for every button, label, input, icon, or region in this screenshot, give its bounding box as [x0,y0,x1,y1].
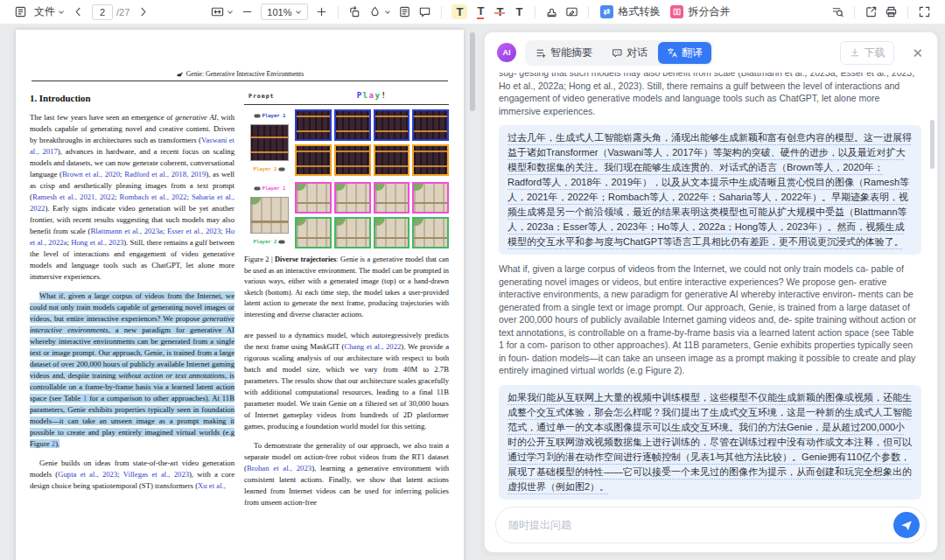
close-panel-button[interactable]: ✕ [910,45,925,61]
text-strikethrough-tool[interactable]: T [490,3,509,22]
translation-chinese-paragraph[interactable]: 如果我们能从互联网上大量的视频中训练模型，这些模型不仅能生成新颖的图像或视频，还… [499,385,921,500]
translation-source-paragraph: What if, given a large corpus of videos … [499,262,921,377]
text-T-icon: T [515,6,522,18]
note-button[interactable] [395,3,415,22]
highlight-T-icon: T [452,4,467,19]
section-title: 1. Introduction [30,93,234,104]
game-frame [374,217,410,248]
rotate-icon [348,5,361,18]
paragraph-method-2: To demonstrate the generality of our app… [244,440,449,508]
game-frame [334,109,371,141]
rotate-page-button[interactable] [345,3,365,22]
save-icon [864,5,878,18]
figure-prompt-label: Prompt [244,91,295,102]
game-frame [374,109,410,141]
player1-label: Player 1 [254,183,286,194]
stamp-button[interactable] [542,3,562,22]
zoom-level-value: 101% [267,7,291,18]
header-rule [32,80,448,81]
figure-header: Prompt Play! [244,90,449,105]
ink-droplet-icon [368,5,382,18]
prev-page-button[interactable] [68,3,88,22]
strikethrough-T-icon: T [496,6,503,18]
split-merge-icon [670,5,683,18]
format-convert-button[interactable]: 格式转换 [595,3,665,22]
document-scrollbar[interactable] [470,32,475,111]
comment-bubble-icon [418,5,431,18]
zoom-in-button[interactable] [312,3,332,22]
split-merge-label: 拆分合并 [688,4,730,19]
player2-label: Player 2 [254,164,286,175]
download-icon [850,47,860,58]
player1-label: Player 1 [254,110,286,122]
genie-lamp-icon [176,71,184,77]
thumbnails-panel-button[interactable] [10,3,31,22]
prompt-image-light [250,197,289,234]
plus-icon [315,5,328,18]
page-total-label: /27 [116,7,130,18]
pdf-page: Genie: Generative Interactive Environmen… [16,30,464,560]
text-tool[interactable]: T [509,3,528,22]
tab-smart-summary[interactable]: 智能摘要 [527,42,601,64]
figure-group-light: Player 1 Player 2 [244,182,449,248]
gamepad-icon [254,186,261,191]
game-frame [334,182,371,214]
right-column: Prompt Play! Player 1 Player 2 [244,89,449,516]
translation-chinese-paragraph[interactable]: 过去几年，生成式人工智能崭露头角，涌现出能够生成新颖和富有创意内容的模型。这一进… [499,125,921,255]
next-page-button[interactable] [133,3,153,22]
paragraph-intro-1: The last few years have seen an emergenc… [30,112,234,283]
prompt-column: Player 1 Player 2 [244,109,295,176]
figure-2: Prompt Play! Player 1 Player 2 [244,90,449,321]
file-menu[interactable]: 文件 [31,3,68,22]
ai-assistant-panel: AI 智能摘要 对话 翻译 下载 ✕ [484,32,938,553]
search-button[interactable] [828,3,848,22]
comment-button[interactable] [415,3,435,22]
game-frame [295,217,332,248]
game-frame [334,144,371,176]
save-button[interactable] [861,3,881,22]
panel-tabs: 智能摘要 对话 翻译 [525,40,713,66]
text-highlight-tool[interactable]: T [448,3,471,22]
signature-button[interactable] [562,3,582,22]
left-column: 1. Introduction The last few years have … [30,89,234,516]
fullscreen-button[interactable] [914,3,934,22]
game-frame [295,182,332,214]
panel-scrollbar[interactable] [930,120,934,169]
fit-width-menu[interactable] [207,3,237,22]
send-button[interactable] [893,512,920,538]
zoom-out-button[interactable] [237,3,257,22]
ask-question-input[interactable] [508,519,893,531]
send-plane-icon [900,519,913,531]
tab-chat[interactable]: 对话 [603,42,656,64]
game-frame [334,217,371,248]
stamp-icon [545,5,558,18]
game-frame [374,182,410,214]
chevron-left-icon [72,5,85,18]
ask-input-bar [495,507,927,543]
trajectory-frames [295,109,449,176]
paragraph-intro-2-highlighted: What if, given a large corpus of videos … [30,290,234,450]
panel-header: AI 智能摘要 对话 翻译 下载 ✕ [485,32,937,73]
figure-group-dark: Player 1 Player 2 [244,109,449,176]
game-frame [412,182,449,214]
page-number-input[interactable]: 2 [92,4,113,20]
download-button[interactable]: 下载 [840,41,894,65]
printer-icon [885,5,898,18]
format-convert-label: 格式转换 [618,4,660,19]
highlight-color-menu[interactable] [365,3,395,22]
chat-bubble-icon [612,47,623,59]
file-menu-label: 文件 [34,4,55,19]
text-underline-tool[interactable]: T [471,3,490,22]
chevron-down-icon [58,9,65,16]
translation-source-paragraph: sug- gesting that such models may also b… [499,73,921,117]
figure-caption: Figure 2 | Diverse trajectories: Genie i… [244,255,449,321]
app-window: 文件 2 /27 101% [0,0,945,560]
zoom-level-select[interactable]: 101% [261,4,308,20]
chevron-down-icon [295,9,302,16]
document-panel-icon [14,5,27,18]
figure-play-label: Play! [295,90,449,102]
split-merge-button[interactable]: 拆分合并 [665,3,735,22]
gamepad-icon [278,240,285,244]
tab-translate[interactable]: 翻译 [658,42,711,64]
print-button[interactable] [881,3,901,22]
